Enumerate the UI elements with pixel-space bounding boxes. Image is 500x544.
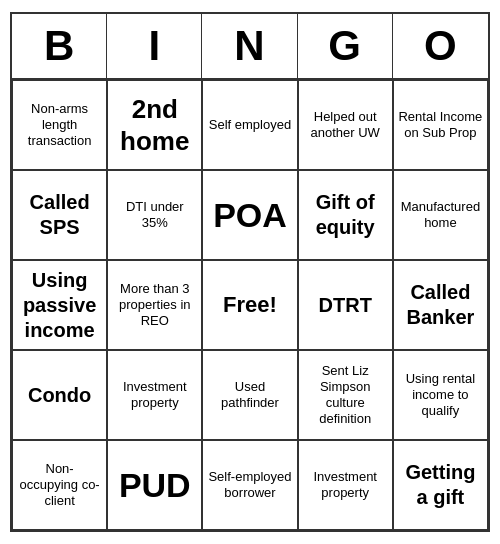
bingo-cell: 2nd home — [107, 80, 202, 170]
bingo-cell: Manufactured home — [393, 170, 488, 260]
bingo-cell: POA — [202, 170, 297, 260]
bingo-header: BINGO — [12, 14, 488, 80]
bingo-card: BINGO Non-arms length transaction2nd hom… — [10, 12, 490, 532]
bingo-cell: Getting a gift — [393, 440, 488, 530]
bingo-grid: Non-arms length transaction2nd homeSelf … — [12, 80, 488, 530]
bingo-cell: Called SPS — [12, 170, 107, 260]
header-letter: G — [298, 14, 393, 78]
bingo-cell: PUD — [107, 440, 202, 530]
bingo-cell: Called Banker — [393, 260, 488, 350]
bingo-cell: Sent Liz Simpson culture definition — [298, 350, 393, 440]
bingo-cell: Using passive income — [12, 260, 107, 350]
bingo-cell: Non-occupying co-client — [12, 440, 107, 530]
header-letter: O — [393, 14, 488, 78]
bingo-cell: Helped out another UW — [298, 80, 393, 170]
bingo-cell: Free! — [202, 260, 297, 350]
bingo-cell: Investment property — [107, 350, 202, 440]
bingo-cell: Self employed — [202, 80, 297, 170]
header-letter: I — [107, 14, 202, 78]
bingo-cell: Self-employed borrower — [202, 440, 297, 530]
bingo-cell: More than 3 properties in REO — [107, 260, 202, 350]
bingo-cell: Non-arms length transaction — [12, 80, 107, 170]
bingo-cell: Using rental income to qualify — [393, 350, 488, 440]
bingo-cell: Investment property — [298, 440, 393, 530]
header-letter: B — [12, 14, 107, 78]
bingo-cell: Gift of equity — [298, 170, 393, 260]
bingo-cell: Rental Income on Sub Prop — [393, 80, 488, 170]
bingo-cell: Used pathfinder — [202, 350, 297, 440]
bingo-cell: DTI under 35% — [107, 170, 202, 260]
bingo-cell: DTRT — [298, 260, 393, 350]
header-letter: N — [202, 14, 297, 78]
bingo-cell: Condo — [12, 350, 107, 440]
